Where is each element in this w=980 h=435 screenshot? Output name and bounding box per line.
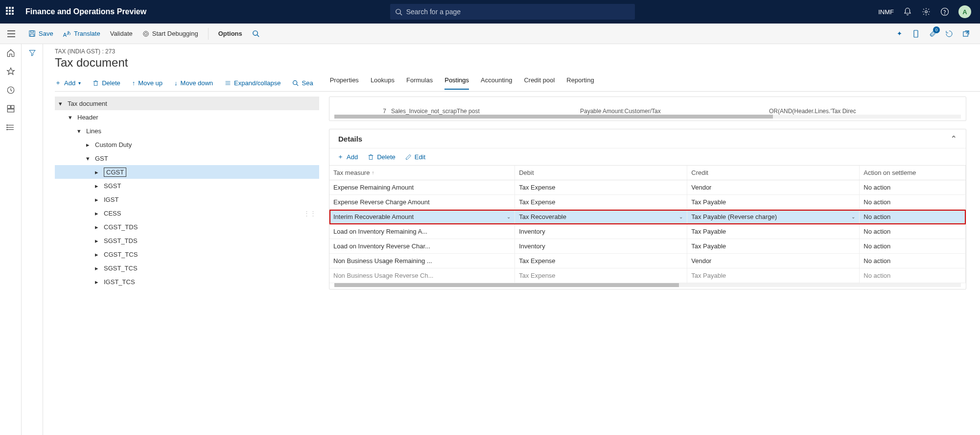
popout-icon[interactable]	[961, 29, 970, 38]
cell-tax[interactable]: Interim Recoverable Amount⌄	[329, 210, 515, 224]
cell-tax[interactable]: Non Business Usage Remaining ...	[329, 254, 515, 268]
details-edit-button[interactable]: Edit	[405, 152, 425, 161]
cell-action[interactable]: No action	[860, 195, 966, 209]
tab-lookups[interactable]: Lookups	[371, 76, 395, 90]
notifications-icon[interactable]	[903, 7, 912, 17]
chevron-down-icon[interactable]: ⌄	[679, 214, 683, 219]
user-avatar[interactable]: A	[958, 5, 971, 18]
peek-col2: Payable Amount:Customer/Tax	[580, 108, 769, 115]
tree-node-sgst[interactable]: ▸SGST	[55, 179, 319, 193]
cell-debit[interactable]: Tax Expense	[515, 180, 687, 194]
move-up-button[interactable]: ↑Move up	[132, 79, 163, 87]
tree-root[interactable]: ▾Tax document	[55, 97, 319, 110]
cell-tax[interactable]: Non Business Usage Reverse Ch...	[329, 268, 515, 283]
grid-row[interactable]: Load on Inventory Remaining A...Inventor…	[329, 224, 966, 239]
grid-row[interactable]: Load on Inventory Reverse Char...Invento…	[329, 239, 966, 254]
start-debugging-button[interactable]: Start Debugging	[142, 24, 198, 44]
move-down-button[interactable]: ↓Move down	[174, 79, 213, 87]
details-horizontal-scrollbar[interactable]	[334, 283, 961, 287]
cell-debit[interactable]: Inventory	[515, 224, 687, 239]
cell-action[interactable]: No action	[860, 268, 966, 283]
cell-credit[interactable]: Tax Payable (Reverse charge)⌄	[687, 210, 860, 224]
tab-formulas[interactable]: Formulas	[406, 76, 433, 90]
cell-tax[interactable]: Load on Inventory Reverse Char...	[329, 239, 515, 253]
tree-header[interactable]: ▾Header	[55, 110, 319, 124]
company-code[interactable]: INMF	[878, 8, 894, 16]
cell-tax[interactable]: Expense Reverse Charge Amount	[329, 195, 515, 209]
details-add-button[interactable]: ＋Add	[337, 152, 358, 161]
col-action[interactable]: Action on settleme	[860, 166, 966, 180]
tree-node-label: IGST	[104, 196, 118, 203]
cell-credit[interactable]: Tax Payable	[687, 195, 860, 209]
tree-search-button[interactable]: Sea	[292, 79, 313, 87]
tree-node-cess[interactable]: ▸CESS⋮⋮	[55, 206, 319, 220]
tab-postings[interactable]: Postings	[444, 76, 469, 90]
cell-action[interactable]: No action	[860, 239, 966, 253]
settings-icon[interactable]	[921, 7, 931, 17]
cell-debit[interactable]: Tax Expense	[515, 254, 687, 268]
tab-properties[interactable]: Properties	[330, 76, 359, 90]
cell-debit[interactable]: Tax Expense	[515, 268, 687, 283]
attachments-icon[interactable]: 0	[928, 29, 937, 38]
tree-node-igst_tcs[interactable]: ▸IGST_TCS	[55, 275, 319, 289]
tree-gst[interactable]: ▾GST	[55, 151, 319, 165]
cell-debit[interactable]: Tax Expense	[515, 195, 687, 209]
translate-button[interactable]: Aあ Translate	[63, 24, 100, 44]
device-icon[interactable]	[911, 29, 920, 38]
refresh-icon[interactable]	[945, 29, 954, 38]
tree-node-cgst[interactable]: ▸CGST	[55, 165, 319, 179]
funnel-icon[interactable]	[27, 48, 37, 58]
col-credit[interactable]: Credit	[687, 166, 860, 180]
global-search[interactable]	[390, 4, 635, 20]
cell-credit[interactable]: Vendor	[687, 180, 860, 194]
cell-action[interactable]: No action	[860, 180, 966, 194]
details-grid: Tax measure↑ Debit Credit Action on sett…	[329, 165, 966, 283]
find-button[interactable]	[252, 24, 259, 44]
tree-node-igst[interactable]: ▸IGST	[55, 193, 319, 206]
tree-node-cgst_tcs[interactable]: ▸CGST_TCS	[55, 247, 319, 261]
tree-node-sgst_tds[interactable]: ▸SGST_TDS	[55, 234, 319, 247]
drag-handle-icon[interactable]: ⋮⋮	[303, 210, 316, 217]
grid-row[interactable]: Expense Reverse Charge AmountTax Expense…	[329, 195, 966, 210]
tab-credit-pool[interactable]: Credit pool	[524, 76, 555, 90]
collapse-icon[interactable]: ⌃	[951, 134, 957, 143]
tree-node-cgst_tds[interactable]: ▸CGST_TDS	[55, 220, 319, 234]
chevron-down-icon[interactable]: ⌄	[851, 214, 855, 219]
expand-collapse-button[interactable]: Expand/collapse	[225, 79, 280, 87]
col-debit[interactable]: Debit	[515, 166, 687, 180]
sparkles-icon[interactable]: ✦	[895, 29, 904, 38]
grid-row[interactable]: Non Business Usage Remaining ...Tax Expe…	[329, 254, 966, 268]
col-tax-measure[interactable]: Tax measure↑	[329, 166, 515, 180]
help-icon[interactable]	[940, 7, 950, 17]
tab-accounting[interactable]: Accounting	[481, 76, 512, 90]
details-delete-button[interactable]: Delete	[368, 152, 396, 161]
cell-tax[interactable]: Load on Inventory Remaining A...	[329, 224, 515, 239]
cell-credit[interactable]: Tax Payable	[687, 224, 860, 239]
cell-action[interactable]: No action	[860, 210, 966, 224]
cell-tax[interactable]: Expense Remaining Amount	[329, 180, 515, 194]
horizontal-scrollbar[interactable]	[334, 115, 961, 119]
grid-row[interactable]: Non Business Usage Reverse Ch...Tax Expe…	[329, 268, 966, 283]
tree-lines[interactable]: ▾Lines	[55, 124, 319, 138]
cell-action[interactable]: No action	[860, 224, 966, 239]
delete-label: Delete	[102, 79, 120, 87]
cell-debit[interactable]: Inventory	[515, 239, 687, 253]
global-search-input[interactable]	[406, 8, 630, 16]
cell-credit[interactable]: Tax Payable	[687, 268, 860, 283]
hamburger-icon[interactable]	[7, 0, 16, 251]
add-button[interactable]: ＋Add▾	[55, 78, 81, 87]
cell-credit[interactable]: Vendor	[687, 254, 860, 268]
tab-reporting[interactable]: Reporting	[566, 76, 594, 90]
tree-node-sgst_tcs[interactable]: ▸SGST_TCS	[55, 261, 319, 275]
cell-credit[interactable]: Tax Payable	[687, 239, 860, 253]
save-button[interactable]: Save	[28, 24, 53, 44]
cell-action[interactable]: No action	[860, 254, 966, 268]
validate-button[interactable]: Validate	[110, 24, 133, 44]
options-button[interactable]: Options	[218, 24, 242, 44]
grid-row[interactable]: Interim Recoverable Amount⌄Tax Recoverab…	[329, 210, 966, 224]
delete-button[interactable]: Delete	[93, 79, 120, 87]
tree-custom-duty[interactable]: ▸Custom Duty	[55, 138, 319, 151]
chevron-down-icon[interactable]: ⌄	[507, 214, 511, 219]
cell-debit[interactable]: Tax Recoverable⌄	[515, 210, 687, 224]
grid-row[interactable]: Expense Remaining AmountTax ExpenseVendo…	[329, 180, 966, 195]
